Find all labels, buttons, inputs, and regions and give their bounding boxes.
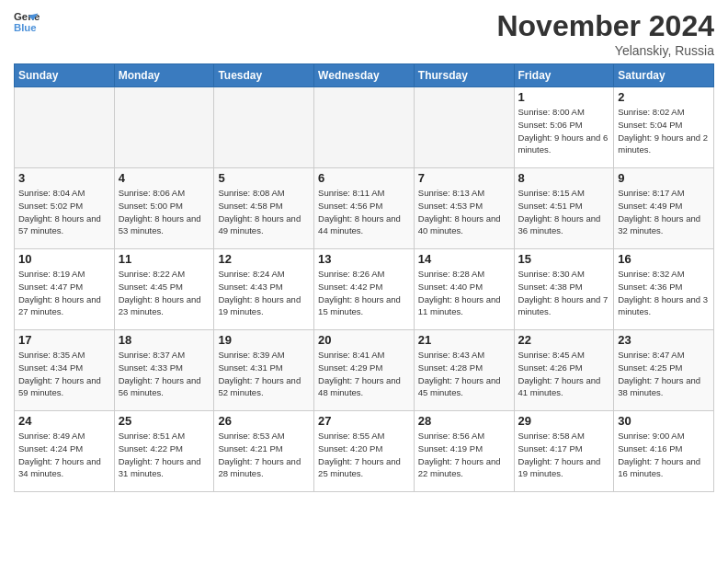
header-sunday: Sunday <box>15 64 115 87</box>
calendar-cell: 27Sunrise: 8:55 AM Sunset: 4:20 PM Dayli… <box>314 411 415 492</box>
calendar-cell <box>414 87 514 168</box>
day-number: 25 <box>119 414 210 428</box>
day-number: 4 <box>119 171 210 185</box>
day-number: 10 <box>18 252 110 266</box>
calendar-cell: 8Sunrise: 8:15 AM Sunset: 4:51 PM Daylig… <box>514 168 614 249</box>
day-info: Sunrise: 8:56 AM Sunset: 4:19 PM Dayligh… <box>418 430 510 480</box>
calendar-cell: 19Sunrise: 8:39 AM Sunset: 4:31 PM Dayli… <box>214 330 314 411</box>
day-number: 8 <box>518 171 610 185</box>
day-info: Sunrise: 8:30 AM Sunset: 4:38 PM Dayligh… <box>518 268 610 318</box>
day-info: Sunrise: 9:00 AM Sunset: 4:16 PM Dayligh… <box>618 430 710 480</box>
header-friday: Friday <box>514 64 614 87</box>
calendar-cell <box>314 87 415 168</box>
calendar-cell: 2Sunrise: 8:02 AM Sunset: 5:04 PM Daylig… <box>614 87 714 168</box>
day-number: 6 <box>318 171 410 185</box>
calendar-cell <box>114 87 214 168</box>
month-title: November 2024 <box>496 9 714 43</box>
calendar-cell: 1Sunrise: 8:00 AM Sunset: 5:06 PM Daylig… <box>514 87 614 168</box>
calendar-cell: 23Sunrise: 8:47 AM Sunset: 4:25 PM Dayli… <box>614 330 714 411</box>
weekday-header-row: Sunday Monday Tuesday Wednesday Thursday… <box>15 64 714 87</box>
day-info: Sunrise: 8:02 AM Sunset: 5:04 PM Dayligh… <box>618 106 710 156</box>
calendar-cell: 26Sunrise: 8:53 AM Sunset: 4:21 PM Dayli… <box>214 411 314 492</box>
day-number: 14 <box>418 252 510 266</box>
title-block: November 2024 Yelanskiy, Russia <box>496 9 714 58</box>
day-info: Sunrise: 8:32 AM Sunset: 4:36 PM Dayligh… <box>618 268 710 318</box>
day-number: 13 <box>318 252 410 266</box>
header-thursday: Thursday <box>414 64 514 87</box>
day-number: 15 <box>518 252 610 266</box>
location: Yelanskiy, Russia <box>496 43 714 58</box>
day-number: 28 <box>418 414 510 428</box>
day-number: 19 <box>218 333 310 347</box>
day-number: 22 <box>518 333 610 347</box>
day-info: Sunrise: 8:41 AM Sunset: 4:29 PM Dayligh… <box>318 349 410 399</box>
day-info: Sunrise: 8:51 AM Sunset: 4:22 PM Dayligh… <box>119 430 210 480</box>
day-number: 16 <box>618 252 710 266</box>
calendar-cell: 22Sunrise: 8:45 AM Sunset: 4:26 PM Dayli… <box>514 330 614 411</box>
day-info: Sunrise: 8:24 AM Sunset: 4:43 PM Dayligh… <box>218 268 310 318</box>
week-row-2: 3Sunrise: 8:04 AM Sunset: 5:02 PM Daylig… <box>15 168 714 249</box>
day-number: 17 <box>18 333 110 347</box>
calendar-cell: 21Sunrise: 8:43 AM Sunset: 4:28 PM Dayli… <box>414 330 514 411</box>
day-info: Sunrise: 8:39 AM Sunset: 4:31 PM Dayligh… <box>218 349 310 399</box>
day-info: Sunrise: 8:11 AM Sunset: 4:56 PM Dayligh… <box>318 187 410 237</box>
day-number: 9 <box>618 171 710 185</box>
day-number: 1 <box>518 90 610 104</box>
week-row-4: 17Sunrise: 8:35 AM Sunset: 4:34 PM Dayli… <box>15 330 714 411</box>
logo: General Blue <box>14 9 40 35</box>
calendar-cell: 17Sunrise: 8:35 AM Sunset: 4:34 PM Dayli… <box>15 330 115 411</box>
calendar-cell: 5Sunrise: 8:08 AM Sunset: 4:58 PM Daylig… <box>214 168 314 249</box>
day-info: Sunrise: 8:35 AM Sunset: 4:34 PM Dayligh… <box>18 349 110 399</box>
calendar-cell: 4Sunrise: 8:06 AM Sunset: 5:00 PM Daylig… <box>114 168 214 249</box>
day-number: 2 <box>618 90 710 104</box>
header: General Blue November 2024 Yelanskiy, Ru… <box>14 9 714 58</box>
day-info: Sunrise: 8:04 AM Sunset: 5:02 PM Dayligh… <box>18 187 110 237</box>
page: General Blue November 2024 Yelanskiy, Ru… <box>0 0 728 563</box>
day-info: Sunrise: 8:53 AM Sunset: 4:21 PM Dayligh… <box>218 430 310 480</box>
day-number: 20 <box>318 333 410 347</box>
day-info: Sunrise: 8:06 AM Sunset: 5:00 PM Dayligh… <box>119 187 210 237</box>
calendar-cell: 20Sunrise: 8:41 AM Sunset: 4:29 PM Dayli… <box>314 330 415 411</box>
day-number: 26 <box>218 414 310 428</box>
calendar-cell: 25Sunrise: 8:51 AM Sunset: 4:22 PM Dayli… <box>114 411 214 492</box>
day-info: Sunrise: 8:22 AM Sunset: 4:45 PM Dayligh… <box>119 268 210 318</box>
day-number: 3 <box>18 171 110 185</box>
day-number: 7 <box>418 171 510 185</box>
calendar-cell: 15Sunrise: 8:30 AM Sunset: 4:38 PM Dayli… <box>514 249 614 330</box>
day-info: Sunrise: 8:19 AM Sunset: 4:47 PM Dayligh… <box>18 268 110 318</box>
day-info: Sunrise: 8:47 AM Sunset: 4:25 PM Dayligh… <box>618 349 710 399</box>
day-number: 23 <box>618 333 710 347</box>
day-info: Sunrise: 8:45 AM Sunset: 4:26 PM Dayligh… <box>518 349 610 399</box>
calendar-cell: 6Sunrise: 8:11 AM Sunset: 4:56 PM Daylig… <box>314 168 415 249</box>
day-number: 11 <box>119 252 210 266</box>
week-row-5: 24Sunrise: 8:49 AM Sunset: 4:24 PM Dayli… <box>15 411 714 492</box>
day-info: Sunrise: 8:26 AM Sunset: 4:42 PM Dayligh… <box>318 268 410 318</box>
calendar-cell: 9Sunrise: 8:17 AM Sunset: 4:49 PM Daylig… <box>614 168 714 249</box>
day-info: Sunrise: 8:37 AM Sunset: 4:33 PM Dayligh… <box>119 349 210 399</box>
calendar-cell: 16Sunrise: 8:32 AM Sunset: 4:36 PM Dayli… <box>614 249 714 330</box>
day-info: Sunrise: 8:55 AM Sunset: 4:20 PM Dayligh… <box>318 430 410 480</box>
day-info: Sunrise: 8:28 AM Sunset: 4:40 PM Dayligh… <box>418 268 510 318</box>
week-row-3: 10Sunrise: 8:19 AM Sunset: 4:47 PM Dayli… <box>15 249 714 330</box>
header-saturday: Saturday <box>614 64 714 87</box>
day-info: Sunrise: 8:15 AM Sunset: 4:51 PM Dayligh… <box>518 187 610 237</box>
day-info: Sunrise: 8:08 AM Sunset: 4:58 PM Dayligh… <box>218 187 310 237</box>
header-monday: Monday <box>114 64 214 87</box>
week-row-1: 1Sunrise: 8:00 AM Sunset: 5:06 PM Daylig… <box>15 87 714 168</box>
svg-text:Blue: Blue <box>14 22 37 33</box>
day-info: Sunrise: 8:49 AM Sunset: 4:24 PM Dayligh… <box>18 430 110 480</box>
calendar-cell: 3Sunrise: 8:04 AM Sunset: 5:02 PM Daylig… <box>15 168 115 249</box>
calendar-cell <box>214 87 314 168</box>
calendar-cell: 24Sunrise: 8:49 AM Sunset: 4:24 PM Dayli… <box>15 411 115 492</box>
day-number: 21 <box>418 333 510 347</box>
calendar-cell: 7Sunrise: 8:13 AM Sunset: 4:53 PM Daylig… <box>414 168 514 249</box>
day-number: 12 <box>218 252 310 266</box>
calendar-cell: 30Sunrise: 9:00 AM Sunset: 4:16 PM Dayli… <box>614 411 714 492</box>
day-info: Sunrise: 8:00 AM Sunset: 5:06 PM Dayligh… <box>518 106 610 156</box>
calendar-cell: 11Sunrise: 8:22 AM Sunset: 4:45 PM Dayli… <box>114 249 214 330</box>
day-info: Sunrise: 8:43 AM Sunset: 4:28 PM Dayligh… <box>418 349 510 399</box>
calendar-cell: 18Sunrise: 8:37 AM Sunset: 4:33 PM Dayli… <box>114 330 214 411</box>
day-number: 29 <box>518 414 610 428</box>
day-number: 24 <box>18 414 110 428</box>
calendar-cell <box>15 87 115 168</box>
